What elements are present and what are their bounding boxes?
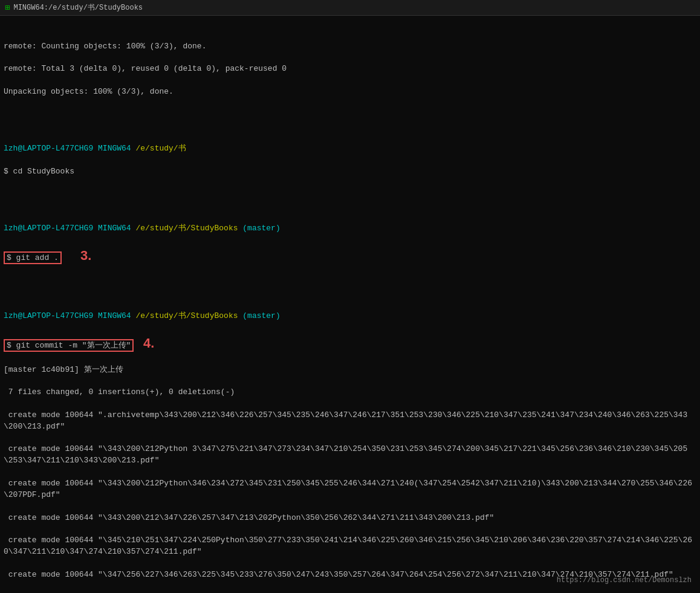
cmd-git-add: $ git add . 3. — [4, 246, 696, 265]
prompt3: lzh@LAPTOP-L477CHG9 MINGW64 /e/study/书/S… — [4, 311, 696, 322]
line-blank2 — [4, 189, 696, 201]
commit-result2: 7 files changed, 0 insertions(+), 0 dele… — [4, 387, 696, 398]
commit-create5: create mode 100644 "\345\210\251\347\224… — [4, 535, 696, 558]
title-bar-icon: ⊞ — [5, 2, 10, 13]
line-unpack: Unpacking objects: 100% (3/3), done. — [4, 86, 696, 98]
prompt1: lzh@LAPTOP-L477CHG9 MINGW64 /e/study/书 — [4, 143, 696, 155]
title-bar-text: MINGW64:/e/study/书/StudyBooks — [13, 2, 143, 13]
commit-create2: create mode 100644 "\343\200\212Python 3… — [4, 444, 696, 467]
commit-create3: create mode 100644 "\343\200\212Python\3… — [4, 478, 696, 501]
line-blank1 — [4, 109, 696, 121]
prompt2: lzh@LAPTOP-L477CHG9 MINGW64 /e/study/书/S… — [4, 223, 696, 235]
commit-create1: create mode 100644 ".archivetemp\343\200… — [4, 410, 696, 433]
watermark: https://blog.csdn.net/Demonslzh — [557, 576, 692, 585]
commit-create4: create mode 100644 "\343\200\212\347\226… — [4, 513, 696, 524]
line-remote1: remote: Counting objects: 100% (3/3), do… — [4, 41, 696, 53]
line-remote2: remote: Total 3 (delta 0), reused 0 (del… — [4, 63, 696, 75]
line-blank3 — [4, 277, 696, 288]
cmd-git-commit: $ git commit -m "第一次上传" 4. — [4, 334, 696, 353]
cmd-cd: $ cd StudyBooks — [4, 166, 696, 178]
terminal: remote: Counting objects: 100% (3/3), do… — [0, 16, 700, 593]
commit-result1: [master 1c40b91] 第一次上传 — [4, 365, 696, 376]
title-bar: ⊞ MINGW64:/e/study/书/StudyBooks — [0, 0, 700, 16]
